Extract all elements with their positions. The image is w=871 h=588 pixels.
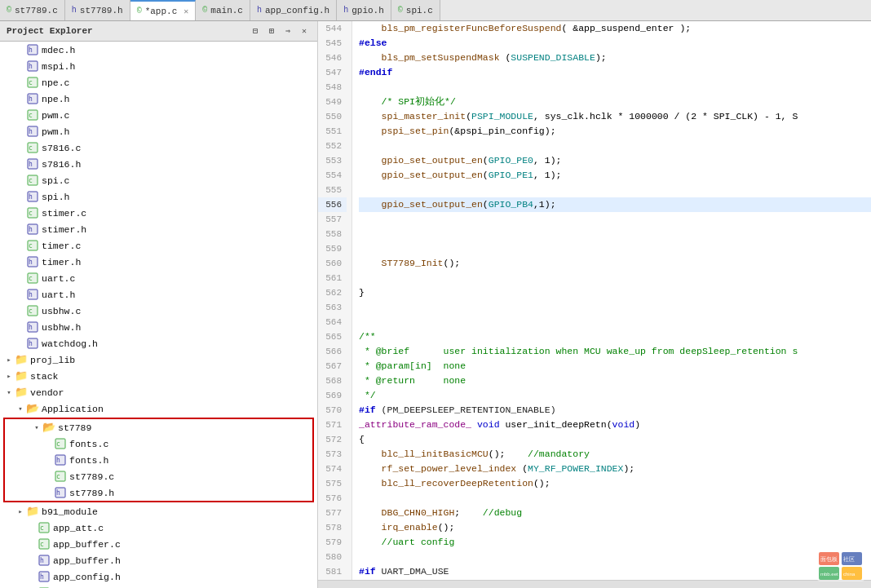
code-text: pspi_set_pin(&pspi_pin_config);	[359, 124, 556, 139]
code-comment: /* SPI初始化*/	[359, 95, 456, 109]
line-number-560: 560	[318, 256, 347, 271]
code-text: gpio_set_output_en(GPIO_PE1, 1);	[359, 168, 561, 183]
tree-item-st7789_c[interactable]: cst7789.c	[5, 468, 312, 484]
tree-label-npe_h: npe.h	[42, 94, 70, 104]
tree-item-app_buffer_h[interactable]: happ_buffer.h	[0, 552, 317, 568]
expand-all-icon[interactable]: ⊞	[265, 24, 278, 38]
collapse-all-icon[interactable]: ⊟	[249, 24, 262, 38]
tree-icon-stimer_h: h	[26, 223, 39, 236]
tree-item-fonts_c[interactable]: cfonts.c	[5, 435, 312, 452]
code-area[interactable]: bls_pm_registerFuncBeforeSuspend( &app_s…	[352, 21, 871, 580]
tab-st7789c[interactable]: ©st7789.c	[0, 0, 65, 20]
tree-item-watchdog_h[interactable]: hwatchdog.h	[0, 335, 317, 351]
tree-label-application: Application	[42, 404, 104, 414]
tree-item-app_c[interactable]: capp.c	[0, 585, 317, 588]
tree-item-spi_h[interactable]: hspi.h	[0, 188, 317, 205]
tree-label-pwm_c: pwm.c	[42, 110, 70, 121]
line-number-579: 579	[318, 535, 347, 550]
tree-item-usbhw_c[interactable]: cusbhw.c	[0, 303, 317, 319]
tree-item-timer_h[interactable]: htimer.h	[0, 254, 317, 270]
tree-item-uart_c[interactable]: cuart.c	[0, 270, 317, 286]
tree-icon-pwm_h: h	[26, 125, 39, 138]
tab-file-icon-appc: ©	[137, 7, 142, 15]
tree-item-spi_c[interactable]: cspi.c	[0, 172, 317, 188]
tab-app_configh[interactable]: happ_config.h	[250, 0, 337, 20]
svg-text:c: c	[29, 177, 33, 184]
tree-label-stack: stack	[30, 371, 59, 382]
tree-item-proj_lib[interactable]: ▸📁proj_lib	[0, 351, 317, 368]
tree-item-uart_h[interactable]: huart.h	[0, 286, 317, 303]
line-number-558: 558	[318, 227, 347, 241]
svg-text:c: c	[29, 307, 33, 315]
tree-item-st7789_group[interactable]: ▾📂st7789	[5, 419, 312, 435]
line-number-554: 554	[318, 168, 347, 183]
tree-item-stimer_c[interactable]: cstimer.c	[0, 205, 317, 221]
svg-text:c: c	[29, 275, 33, 282]
tree-label-usbhw_h: usbhw.h	[42, 322, 81, 333]
editor-content: 5445455465475485495505515525535545555565…	[318, 21, 871, 580]
code-comment: /**	[359, 329, 376, 344]
tree-item-app_config_h[interactable]: happ_config.h	[0, 568, 317, 585]
line-number-551: 551	[318, 124, 347, 139]
tree-item-npe_h[interactable]: hnpe.h	[0, 91, 317, 107]
tree-item-s7816_h[interactable]: hs7816.h	[0, 156, 317, 172]
tree-label-b91_module: b91_module	[42, 506, 98, 517]
tree-item-fonts_h[interactable]: hfonts.h	[5, 452, 312, 468]
close-explorer-icon[interactable]: ✕	[298, 24, 311, 38]
code-keyword: #if	[359, 564, 376, 579]
line-number-580: 580	[318, 550, 347, 564]
tree-item-st7789_h[interactable]: hst7789.h	[5, 484, 312, 501]
explorer-tree[interactable]: hmdec.hhmspi.hcnpe.chnpe.hcpwm.chpwm.hcs…	[0, 42, 317, 588]
tree-item-application[interactable]: ▾📂Application	[0, 400, 317, 417]
tree-item-usbhw_h[interactable]: husbhw.h	[0, 319, 317, 335]
explorer-header-icons: ⊟ ⊞ ⇒ ✕	[249, 24, 311, 38]
tab-st7789h[interactable]: hst7789.h	[65, 0, 130, 20]
tree-item-app_buffer_c[interactable]: capp_buffer.c	[0, 536, 317, 552]
svg-text:h: h	[29, 259, 33, 266]
tree-item-s7816_c[interactable]: cs7816.c	[0, 139, 317, 156]
line-number-567: 567	[318, 359, 347, 374]
svg-text:c: c	[40, 541, 44, 548]
line-number-568: 568	[318, 374, 347, 388]
tree-item-pwm_c[interactable]: cpwm.c	[0, 107, 317, 123]
explorer-panel: Project Explorer ⊟ ⊞ ⇒ ✕ hmdec.hhmspi.hc…	[0, 21, 318, 588]
tree-icon-fonts_h: h	[54, 453, 67, 466]
tab-gpioh[interactable]: hgpio.h	[337, 0, 391, 20]
code-line-575: blc_ll_recoverDeepRetention();	[359, 476, 871, 491]
code-line-550: spi_master_init(PSPI_MODULE, sys_clk.hcl…	[359, 109, 871, 124]
tree-item-mspi_h[interactable]: hmspi.h	[0, 58, 317, 74]
code-line-571: _attribute_ram_code_ void user_init_deep…	[359, 418, 871, 432]
explorer-header: Project Explorer ⊟ ⊞ ⇒ ✕	[0, 21, 317, 42]
horizontal-scrollbar[interactable]	[318, 580, 871, 588]
line-number-564: 564	[318, 315, 347, 329]
tree-label-proj_lib: proj_lib	[30, 355, 75, 365]
tree-item-stimer_h[interactable]: hstimer.h	[0, 221, 317, 237]
tab-mainc[interactable]: ©main.c	[196, 0, 250, 20]
code-text: irq_enable();	[359, 520, 454, 535]
tree-icon-uart_c: c	[26, 272, 39, 285]
code-line-561	[359, 271, 871, 285]
tree-item-npe_c[interactable]: cnpe.c	[0, 74, 317, 91]
tree-label-app_config_h: app_config.h	[53, 572, 121, 582]
code-line-548	[359, 80, 871, 95]
tab-spic[interactable]: ©spi.c	[391, 0, 440, 20]
tree-icon-app_buffer_c: c	[38, 537, 51, 550]
tree-item-mdec_h[interactable]: hmdec.h	[0, 42, 317, 58]
code-text: gpio_set_output_en(GPIO_PB4,1);	[359, 197, 556, 212]
tree-item-app_att_c[interactable]: capp_att.c	[0, 519, 317, 536]
tree-item-timer_c[interactable]: ctimer.c	[0, 237, 317, 254]
tab-close-appc[interactable]: ✕	[183, 7, 188, 16]
explorer-title: Project Explorer	[7, 26, 93, 36]
tree-item-stack[interactable]: ▸📁stack	[0, 368, 317, 384]
tab-appc[interactable]: ©*app.c✕	[130, 0, 197, 20]
link-editor-icon[interactable]: ⇒	[281, 24, 294, 38]
tree-item-vendor[interactable]: ▾📁vendor	[0, 384, 317, 400]
tree-icon-watchdog_h: h	[26, 337, 39, 350]
tree-item-b91_module[interactable]: ▸📁b91_module	[0, 503, 317, 519]
tree-icon-stimer_c: c	[26, 206, 39, 219]
line-number-553: 553	[318, 153, 347, 168]
code-line-567: * @param[in] none	[359, 359, 871, 374]
line-number-570: 570	[318, 403, 347, 418]
tree-item-pwm_h[interactable]: hpwm.h	[0, 123, 317, 139]
line-number-569: 569	[318, 388, 347, 403]
